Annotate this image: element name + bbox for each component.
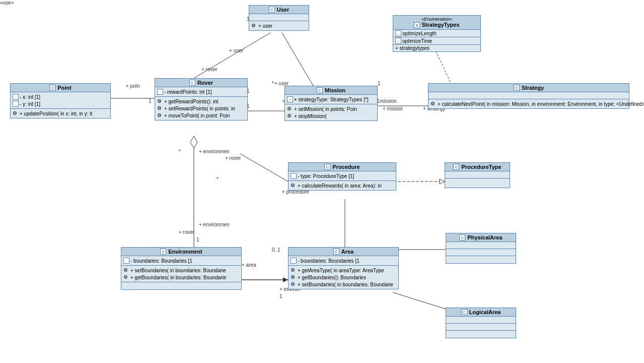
label-poin: + poin: [126, 83, 140, 89]
attr-icon2: -: [13, 101, 19, 107]
label-use: «use»: [0, 0, 14, 6]
class-physicalarea-row2: [446, 256, 516, 263]
class-icon-mission: C: [317, 87, 323, 93]
class-logicalarea: C LogicalArea: [446, 308, 516, 338]
class-point-header: C Point: [11, 84, 110, 92]
enum-strategytypes: «Enumeration» E StrategyTypes - optimize…: [393, 15, 481, 52]
class-icon-strategy: C: [514, 85, 520, 91]
class-icon-area: C: [333, 249, 339, 255]
class-proceduretype-ops: [445, 178, 510, 188]
class-icon-procedure: C: [324, 164, 330, 170]
label-area: + area: [242, 262, 256, 268]
class-icon-proceduretype: C: [453, 164, 459, 170]
class-environment-header: C Environment: [121, 248, 241, 256]
class-rover-header: C Rover: [155, 79, 247, 87]
enum-item-2: + strategytypes: [393, 45, 480, 51]
class-user-attrs: [249, 14, 309, 21]
class-point: C Point - - x: int [1] - - y: int [1] ⚙ …: [10, 83, 111, 118]
class-user: C User ⚙ + user: [249, 5, 309, 31]
class-area-header: C Area: [289, 248, 398, 256]
class-mission-header: C Mission: [285, 86, 377, 95]
enum-item-0: - optimizeLength: [393, 30, 480, 37]
svg-line-17: [240, 154, 288, 182]
label-rover-label: + rover: [201, 67, 217, 72]
svg-marker-6: [190, 136, 197, 148]
class-physicalarea-row1: [446, 249, 516, 256]
label-1e: 1: [279, 293, 282, 299]
enum-item-icon-1: -: [395, 38, 401, 44]
label-environmen: + environmen: [199, 149, 230, 154]
class-environment-ops: ⚙ + setBoundaries( in boundaries: Bounda…: [121, 266, 241, 282]
class-icon-point: C: [49, 85, 55, 91]
class-icon-rover: C: [189, 80, 195, 86]
label-rover2: + rover: [225, 155, 241, 161]
class-mission-attrs: + + strategyType: StrategyTypes [*]: [285, 95, 377, 104]
class-rover-ops: ⚙ + getRewardPoints(): int ⚙ + setReward…: [155, 97, 247, 120]
class-proceduretype: C ProcedureType: [445, 162, 510, 188]
class-mission-ops: ⚙ + setMission( in points: Poin ⚙ + stop…: [285, 104, 377, 120]
class-procedure-header: C Procedure: [289, 163, 396, 171]
op-icon-rover3: ⚙: [157, 112, 163, 118]
field-user-op: ⚙ + user: [251, 22, 307, 29]
label-star3: *: [179, 149, 181, 154]
svg-line-16: [436, 50, 453, 88]
class-strategy-header: C Strategy: [428, 84, 629, 92]
attr-icon-rover: -: [157, 89, 163, 95]
label-star: *: [272, 81, 274, 86]
label-01: 0..1: [272, 247, 280, 253]
class-logicalarea-row1: [446, 324, 516, 331]
class-point-ops: ⚙ + updatePosition( in x: int, in y: it: [11, 109, 110, 118]
class-area: C Area - - boundaries: Boundaries [1 ⚙ +…: [288, 247, 399, 289]
class-area-attrs: - - boundaries: Boundaries [1: [289, 256, 398, 266]
op-icon-point: ⚙: [13, 110, 19, 116]
attr-icon-area: -: [291, 258, 297, 264]
class-physicalarea: C PhysicalArea: [446, 233, 516, 264]
attr-icon: -: [13, 94, 19, 100]
label-user-user: + user: [229, 48, 243, 53]
op-icon-rover1: ⚙: [157, 98, 163, 104]
op-icon-area2: ⚙: [291, 274, 297, 280]
class-user-ops: ⚙ + user: [249, 21, 309, 30]
op-icon-env2: ⚙: [123, 274, 129, 280]
op-icon: ⚙: [251, 23, 257, 29]
class-strategy-attrs: [428, 92, 629, 99]
op-icon-area3: ⚙: [291, 281, 297, 287]
class-proceduretype-attrs: [445, 171, 510, 178]
enum-item-1: - optimizeTime: [393, 37, 480, 45]
class-rover-attrs: - - rewardPoints: int [1]: [155, 87, 247, 97]
label-star4: *: [217, 176, 219, 182]
op-icon-procedure: ⚙: [291, 183, 297, 189]
class-environment-extra: [121, 282, 241, 289]
class-logicalarea-header: C LogicalArea: [446, 308, 516, 317]
class-physicalarea-header: C PhysicalArea: [446, 233, 516, 242]
op-icon-mission1: ⚙: [287, 106, 293, 112]
attr-icon-mission: +: [287, 96, 293, 102]
label-1: 1: [149, 98, 152, 104]
op-icon-rover2: ⚙: [157, 105, 163, 111]
svg-marker-8: [283, 277, 288, 282]
class-environment: C Environment - - boundaries: Boundaries…: [121, 247, 242, 290]
attr-icon-procedure: -: [291, 173, 297, 179]
svg-marker-10: [440, 179, 445, 184]
class-icon-physicalarea: C: [459, 234, 465, 240]
class-logicalarea-attrs: [446, 317, 516, 324]
label-environmen2: + environmen: [199, 222, 230, 227]
class-icon-environment: C: [160, 249, 166, 255]
label-rover-env: + rover: [179, 229, 194, 235]
op-icon-env1: ⚙: [123, 267, 129, 273]
class-icon-logicalarea: C: [461, 309, 467, 315]
class-strategy-ops: ⚙ + calculateNextPoint( in mission: Miss…: [428, 99, 629, 108]
class-strategy: C Strategy ⚙ + calculateNextPoint( in mi…: [428, 83, 629, 109]
class-physicalarea-attrs: [446, 242, 516, 249]
attr-icon-env: -: [123, 258, 129, 264]
class-mission: C Mission + + strategyType: StrategyType…: [284, 86, 378, 121]
class-point-attrs: - - x: int [1] - - y: int [1]: [11, 92, 110, 109]
svg-line-1: [282, 33, 315, 88]
label-1c: 1: [378, 81, 381, 86]
op-icon-strategy: ⚙: [431, 101, 437, 107]
class-icon: C: [269, 7, 275, 13]
class-proceduretype-header: C ProcedureType: [445, 163, 510, 171]
enum-header: «Enumeration» E StrategyTypes: [393, 16, 480, 30]
diagram-container: 1 + user + rover + poin 1..* 1 1 + user …: [0, 0, 644, 363]
class-procedure: C Procedure - - type: ProcedureType [1] …: [288, 162, 396, 191]
